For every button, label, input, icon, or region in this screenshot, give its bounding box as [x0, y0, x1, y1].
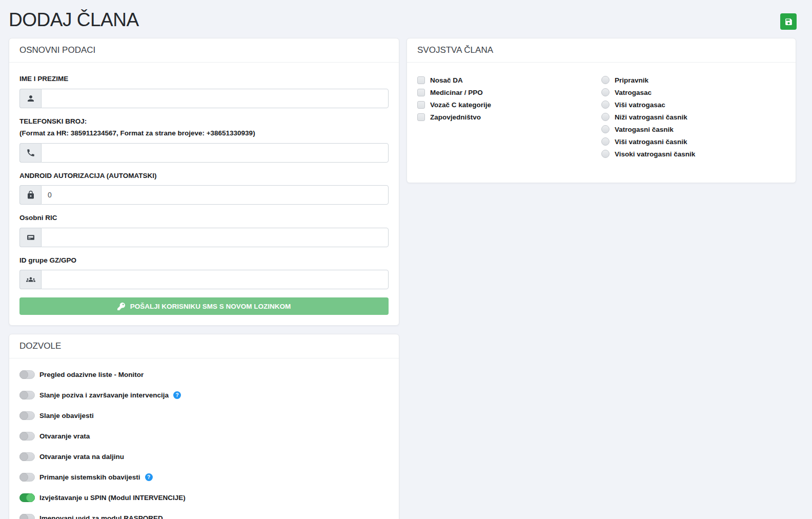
permission-row: Izvještavanje u SPIN (Modul INTERVENCIJE… — [19, 493, 389, 502]
permission-toggle[interactable] — [19, 473, 35, 482]
property-checkbox-row[interactable]: Vozač C kategorije — [417, 101, 601, 109]
help-icon[interactable]: ? — [145, 473, 153, 481]
checkbox-icon[interactable] — [417, 101, 425, 109]
rank-radio-label: Vatrogasni časnik — [615, 126, 674, 133]
ric-input-group — [19, 228, 389, 247]
permission-row: Slanje poziva i završavanje intervencija… — [19, 390, 389, 400]
rank-radio-column: Pripravnik Vatrogasac Viši vatrogasac — [601, 76, 785, 162]
permission-row: Otvaranje vrata na daljinu ? — [19, 452, 389, 461]
save-icon — [784, 17, 793, 26]
content-columns: OSNOVNI PODACI IME I PREZIME TELEFONSKI … — [9, 38, 797, 519]
android-auth-input-group — [19, 185, 389, 205]
rank-radio-row[interactable]: Visoki vatrogasni časnik — [601, 150, 785, 158]
phone-field-label: TELEFONSKI BROJ: — [19, 116, 389, 127]
permission-row: Otvaranje vrata ? — [19, 431, 389, 441]
rank-radio-label: Pripravnik — [615, 76, 648, 84]
permission-label: Izvještavanje u SPIN (Modul INTERVENCIJE… — [39, 494, 186, 502]
rank-radio-label: Viši vatrogasni časnik — [615, 138, 687, 146]
toggle-knob — [19, 391, 28, 400]
send-sms-password-label: POŠALJI KORISNIKU SMS S NOVOM LOZINKOM — [130, 303, 291, 310]
rank-radio-label: Niži vatrogasni časnik — [615, 113, 687, 121]
radio-icon[interactable] — [601, 137, 610, 146]
checkbox-icon[interactable] — [417, 76, 425, 84]
group-icon — [19, 270, 41, 289]
name-field-label: IME I PREZIME — [19, 74, 389, 84]
page-title: DODAJ ČLANA — [9, 9, 797, 31]
property-checkbox-row[interactable]: Zapovjedništvo — [417, 113, 601, 121]
rank-radio-row[interactable]: Vatrogasni časnik — [601, 125, 785, 133]
phone-input[interactable] — [41, 143, 389, 163]
radio-icon[interactable] — [601, 150, 610, 158]
permission-toggle[interactable] — [19, 493, 35, 502]
permission-label: Imenovani uvid za modul RASPORED — [39, 514, 163, 519]
ric-input[interactable] — [41, 228, 389, 247]
radio-icon[interactable] — [601, 76, 610, 84]
phone-input-group — [19, 143, 389, 163]
toggle-knob — [26, 493, 35, 502]
pager-icon — [19, 228, 41, 247]
radio-icon[interactable] — [601, 125, 610, 133]
property-checkbox-label: Medicinar / PPO — [430, 89, 483, 96]
ric-field-label: Osobni RIC — [19, 213, 389, 223]
permission-label: Otvaranje vrata na daljinu — [39, 453, 124, 461]
send-sms-password-button[interactable]: POŠALJI KORISNIKU SMS S NOVOM LOZINKOM — [19, 297, 389, 315]
add-member-page: DODAJ ČLANA OSNOVNI PODACI IME I PREZIME — [0, 0, 812, 519]
permission-label: Otvaranje vrata — [39, 432, 90, 440]
property-checkbox-row[interactable]: Medicinar / PPO — [417, 88, 601, 96]
rank-radio-row[interactable]: Vatrogasac — [601, 88, 785, 96]
android-auth-field-label: ANDROID AUTORIZACIJA (AUTOMATSKI) — [19, 171, 389, 181]
phone-icon — [19, 143, 41, 163]
radio-icon[interactable] — [601, 113, 610, 121]
toggle-knob — [19, 370, 28, 379]
toggle-knob — [19, 452, 28, 461]
android-auth-input[interactable] — [41, 185, 389, 205]
basic-data-panel: OSNOVNI PODACI IME I PREZIME TELEFONSKI … — [9, 38, 399, 326]
rank-radio-row[interactable]: Viši vatrogasac — [601, 101, 785, 109]
permission-toggle[interactable] — [19, 411, 35, 420]
basic-data-panel-body: IME I PREZIME TELEFONSKI BROJ: (Format z… — [9, 63, 399, 325]
toggle-knob — [19, 473, 28, 482]
property-checkbox-label: Vozač C kategorije — [430, 101, 491, 109]
rank-radio-row[interactable]: Viši vatrogasni časnik — [601, 137, 785, 146]
key-icon — [117, 303, 125, 310]
basic-data-panel-title: OSNOVNI PODACI — [9, 38, 399, 63]
permission-toggle[interactable] — [19, 452, 35, 461]
checkbox-icon[interactable] — [417, 89, 425, 96]
permissions-panel: DOZVOLE Pregled odazivne liste - Monitor… — [9, 334, 399, 519]
permission-row: Pregled odazivne liste - Monitor ? — [19, 370, 389, 379]
permission-row: Slanje obavijesti ? — [19, 411, 389, 420]
toggle-knob — [19, 432, 28, 441]
property-checkbox-row[interactable]: Nosač DA — [417, 76, 601, 84]
toggle-knob — [19, 411, 28, 420]
radio-icon[interactable] — [601, 88, 610, 96]
name-input-group — [19, 89, 389, 108]
rank-radio-row[interactable]: Pripravnik — [601, 76, 785, 84]
rank-radio-label: Viši vatrogasac — [615, 101, 665, 109]
permissions-panel-title: DOZVOLE — [9, 334, 399, 358]
permission-toggle[interactable] — [19, 514, 35, 519]
member-properties-panel-title: SVOJSTVA ČLANA — [407, 38, 796, 63]
right-column: SVOJSTVA ČLANA Nosač DA Medicin — [407, 38, 796, 191]
name-input[interactable] — [41, 89, 389, 108]
left-column: OSNOVNI PODACI IME I PREZIME TELEFONSKI … — [9, 38, 399, 519]
help-icon[interactable]: ? — [173, 391, 181, 399]
properties-checkbox-column: Nosač DA Medicinar / PPO Vozač C kategor… — [417, 76, 601, 162]
property-checkbox-label: Zapovjedništvo — [430, 113, 481, 121]
group-id-input[interactable] — [41, 270, 389, 289]
permission-toggle[interactable] — [19, 432, 35, 441]
radio-icon[interactable] — [601, 101, 610, 109]
person-icon — [19, 89, 41, 108]
rank-radio-row[interactable]: Niži vatrogasni časnik — [601, 113, 785, 121]
rank-radio-label: Visoki vatrogasni časnik — [615, 150, 695, 158]
permissions-panel-body: Pregled odazivne liste - Monitor ? Slanj… — [9, 358, 399, 519]
rank-radio-label: Vatrogasac — [615, 89, 652, 96]
permission-toggle[interactable] — [19, 391, 35, 400]
member-properties-panel: SVOJSTVA ČLANA Nosač DA Medicin — [407, 38, 796, 183]
toggle-knob — [19, 514, 28, 519]
permission-toggle[interactable] — [19, 370, 35, 379]
save-button[interactable] — [780, 13, 797, 30]
checkbox-icon[interactable] — [417, 113, 425, 121]
group-id-field-label: ID grupe GZ/GPO — [19, 255, 389, 266]
member-properties-body: Nosač DA Medicinar / PPO Vozač C kategor… — [407, 63, 796, 183]
permission-label: Pregled odazivne liste - Monitor — [39, 371, 144, 378]
